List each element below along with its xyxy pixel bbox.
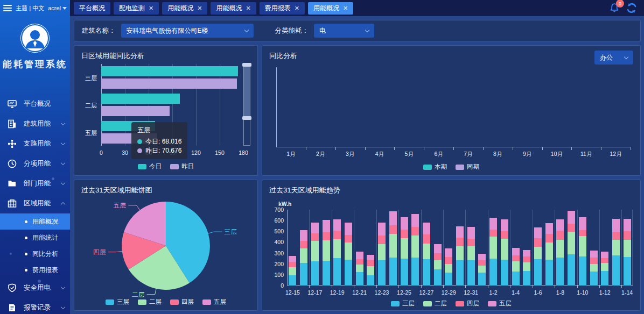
datazoom-handle[interactable] — [242, 116, 251, 120]
submenu-item-label: 同比分析 — [32, 249, 58, 259]
stacked-bar-1-6[interactable] — [534, 227, 542, 286]
stacked-bar-12-17[interactable] — [311, 223, 319, 286]
sidebar-item-平台概况[interactable]: 平台概况 — [0, 94, 70, 114]
bar-segment-二层 — [323, 240, 330, 260]
stacked-bar-1-10[interactable] — [579, 217, 586, 286]
bar-segment-五层 — [367, 255, 374, 261]
pie-chart[interactable]: 三层二层四层五层 — [74, 192, 258, 306]
x-tick-label: 0 — [95, 149, 108, 156]
gridline — [421, 210, 422, 286]
stacked-bar-1-1[interactable] — [478, 254, 486, 286]
stacked-bar-1-9[interactable] — [568, 211, 575, 286]
stacked-bar-1-8[interactable] — [556, 219, 564, 286]
bar-yesterday[interactable] — [101, 78, 237, 89]
stacked-bar-1-12[interactable] — [601, 252, 608, 286]
stacked-bar-12-19[interactable] — [333, 219, 341, 286]
stacked-bar-1-2[interactable] — [489, 218, 497, 286]
stacked-bar-12-18[interactable] — [323, 220, 330, 286]
sidebar-item-部门用能[interactable]: 部门用能 — [0, 174, 70, 194]
tab-平台概况-0[interactable]: 平台概况 — [74, 2, 110, 15]
bar-segment-四层 — [411, 227, 419, 236]
energy-type-select[interactable]: 电 — [314, 24, 374, 38]
stacked-bar-1-4[interactable] — [512, 248, 520, 286]
bar-segment-三层 — [333, 258, 341, 286]
bar-today[interactable] — [101, 94, 180, 104]
legend-item-三层[interactable]: 三层 — [391, 299, 415, 308]
hamburger-menu-icon[interactable] — [3, 5, 12, 11]
legend-item-五层[interactable]: 五层 — [488, 299, 512, 308]
legend-item-五层[interactable]: 五层 — [202, 298, 226, 306]
bar-today[interactable] — [101, 66, 238, 76]
user-dropdown[interactable]: acrel — [48, 5, 67, 11]
stacked-bar-12-28[interactable] — [434, 244, 442, 286]
chevron-down-icon — [244, 27, 248, 32]
tab-close-icon[interactable]: ✕ — [295, 5, 299, 12]
legend-item-本期[interactable]: 本期 — [423, 163, 447, 171]
tab-close-icon[interactable]: ✕ — [343, 5, 348, 12]
stacked-bar-1-13[interactable] — [612, 219, 620, 286]
panel-title-yoy: 同比分析 — [262, 46, 640, 61]
tab-用能概况-5[interactable]: 用能概况✕ — [308, 2, 353, 15]
stacked-bar-12-29[interactable] — [445, 248, 452, 286]
building-select[interactable]: 安科瑞电气股份有限公司E楼 — [121, 24, 254, 38]
sidebar-item-支路用能[interactable]: 支路用能 — [0, 134, 70, 154]
gridline — [510, 210, 510, 286]
tab-费用报表-4[interactable]: 费用报表✕ — [260, 2, 305, 15]
datazoom-slider[interactable] — [243, 64, 250, 146]
stacked-bar-1-7[interactable] — [545, 223, 553, 286]
tab-close-icon[interactable]: ✕ — [246, 5, 250, 12]
sidebar-item-分项用能[interactable]: 分项用能 — [0, 154, 70, 174]
sidebar-item-安全用电[interactable]: 安全用电 — [0, 278, 70, 298]
legend-item-四层[interactable]: 四层 — [170, 298, 194, 306]
sidebar-item-建筑用能[interactable]: 建筑用能 — [0, 114, 70, 134]
sidebar-item-报警记录[interactable]: 报警记录 — [0, 298, 70, 314]
legend-item-昨日[interactable]: 昨日 — [170, 162, 194, 170]
bar-segment-二层 — [289, 267, 296, 275]
stacked-bar-1-14[interactable] — [624, 219, 631, 286]
submenu-item-label: 用能概况 — [32, 217, 58, 226]
stacked-bar-12-21[interactable] — [356, 252, 363, 286]
legend-item-三层[interactable]: 三层 — [106, 298, 129, 306]
category-label: 二层 — [78, 102, 97, 110]
legend-item-二层[interactable]: 二层 — [138, 298, 162, 306]
stacked-bar-1-11[interactable] — [590, 251, 598, 286]
tab-close-icon[interactable]: ✕ — [149, 5, 153, 12]
datazoom-window[interactable] — [244, 65, 250, 118]
legend-item-四层[interactable]: 四层 — [456, 299, 479, 308]
stacked-bar-12-20[interactable] — [345, 223, 352, 286]
legend-item-二层[interactable]: 二层 — [423, 299, 447, 308]
stacked-bar-12-25[interactable] — [401, 217, 408, 286]
stacked-bar-12-22[interactable] — [367, 255, 374, 286]
stacked-bar-12-16[interactable] — [300, 230, 307, 286]
bar-yesterday[interactable] — [101, 106, 170, 116]
stacked-bar-12-31[interactable] — [467, 227, 475, 286]
tab-用能概况-3[interactable]: 用能概况✕ — [211, 2, 256, 15]
legend-item-今日[interactable]: 今日 — [138, 162, 162, 170]
datazoom-handle[interactable] — [242, 63, 251, 67]
stacked-bar-12-27[interactable] — [423, 223, 430, 286]
x-tick-mark — [398, 286, 399, 288]
yoy-select-value: 办公 — [600, 53, 620, 62]
submenu-item-费用报表[interactable]: 费用报表 — [0, 262, 70, 278]
refresh-button[interactable] — [625, 1, 639, 15]
yoy-category-select[interactable]: 办公 — [594, 51, 633, 65]
sidebar-item-label: 支路用能 — [24, 139, 61, 148]
sidebar-item-区域用能[interactable]: 区域用能 — [0, 194, 70, 213]
stacked-bar-12-30[interactable] — [456, 226, 464, 286]
stacked-bar-1-5[interactable] — [523, 250, 530, 286]
stacked-bar-12-15[interactable] — [289, 256, 296, 286]
stacked-bar-1-3[interactable] — [501, 219, 508, 286]
theme-language-label[interactable]: 主题 | 中文 — [16, 4, 44, 12]
bar-segment-四层 — [289, 262, 296, 268]
legend-item-同期[interactable]: 同期 — [456, 163, 479, 171]
stacked-bar-12-26[interactable] — [411, 214, 419, 286]
stacked-bar-12-24[interactable] — [389, 211, 397, 286]
notifications-button[interactable]: 0 — [607, 1, 621, 15]
tab-配电监测-1[interactable]: 配电监测✕ — [114, 2, 159, 15]
x-tick-label: 12-25 — [397, 289, 411, 296]
submenu-item-用能概况[interactable]: 用能概况 — [0, 213, 70, 230]
submenu-item-用能统计[interactable]: 用能统计 — [0, 230, 70, 246]
tab-用能概况-2[interactable]: 用能概况✕ — [162, 2, 207, 15]
tab-close-icon[interactable]: ✕ — [197, 5, 202, 12]
stacked-bar-12-23[interactable] — [378, 223, 386, 286]
